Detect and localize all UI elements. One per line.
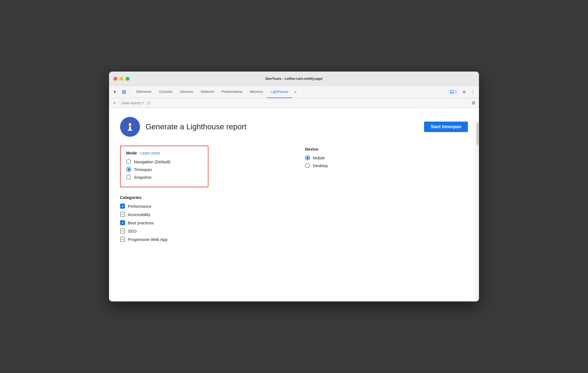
add-report-button[interactable]: +: [111, 100, 118, 106]
right-column: Device Mobile Desktop: [305, 146, 468, 245]
checkbox-best-practices-box[interactable]: ✓: [120, 220, 125, 225]
tab-console[interactable]: Console: [155, 86, 176, 98]
radio-mobile-dot: [306, 157, 309, 159]
title-bar: DevTools - coffee-cart.netlify.app/: [109, 72, 479, 86]
radio-navigation[interactable]: Navigation (Default): [126, 159, 202, 164]
lighthouse-logo: [120, 117, 140, 137]
settings-icon[interactable]: ⚙: [460, 88, 468, 96]
indeterminate-icon: [121, 214, 124, 215]
svg-rect-2: [124, 90, 126, 92]
radio-desktop-button[interactable]: [305, 163, 310, 168]
window-body: Generate a Lighthouse report Start times…: [109, 108, 479, 301]
scrollbar[interactable]: [476, 120, 479, 301]
svg-rect-1: [122, 92, 126, 94]
tab-more-button[interactable]: »: [292, 86, 299, 98]
learn-more-link[interactable]: Learn more: [140, 151, 160, 155]
header-row: Generate a Lighthouse report Start times…: [120, 117, 468, 137]
indeterminate-icon: [121, 231, 124, 231]
categories-label: Categories: [120, 195, 283, 200]
sub-divider: [120, 101, 120, 106]
traffic-lights: [113, 77, 129, 81]
device-label: Device: [305, 147, 468, 151]
indeterminate-icon: [121, 239, 124, 240]
window-title: DevTools - coffee-cart.netlify.app/: [266, 77, 323, 81]
checkbox-seo[interactable]: SEO: [120, 228, 283, 233]
toolbar-right: 1 ⚙ ⋮: [448, 88, 477, 96]
start-timespan-button[interactable]: Start timespan: [424, 122, 468, 132]
radio-snapshot-button[interactable]: [126, 175, 131, 180]
maximize-button[interactable]: [126, 77, 129, 81]
radio-navigation-button[interactable]: [126, 159, 131, 164]
radio-timespan[interactable]: Timespan: [126, 167, 202, 172]
left-column: Mode Learn more Navigation (Default): [120, 146, 283, 245]
two-column-layout: Mode Learn more Navigation (Default): [120, 146, 468, 245]
scrollbar-thumb[interactable]: [476, 123, 479, 145]
cancel-report-button[interactable]: ⊘: [145, 100, 152, 106]
svg-rect-6: [128, 126, 132, 127]
checkbox-pwa[interactable]: Progressive Web App: [120, 237, 283, 242]
toolbar-divider-1: [130, 89, 130, 95]
page-title: Generate a Lighthouse report: [145, 122, 247, 131]
checkbox-performance-box[interactable]: ✓: [120, 204, 125, 209]
radio-timespan-button[interactable]: [126, 167, 131, 172]
tab-toolbar: Elements Console Sources Network Perform…: [109, 86, 479, 98]
radio-mobile-button[interactable]: [305, 155, 310, 160]
tab-performance[interactable]: Performance: [218, 86, 246, 98]
minimize-button[interactable]: [120, 77, 123, 81]
cursor-icon[interactable]: [111, 88, 119, 96]
element-picker-icon[interactable]: [120, 88, 128, 96]
checkbox-accessibility-box[interactable]: [120, 212, 125, 217]
more-options-icon[interactable]: ⋮: [469, 88, 477, 96]
subtoolbar-settings-icon[interactable]: ⚙: [470, 100, 477, 106]
header-left: Generate a Lighthouse report: [120, 117, 247, 137]
svg-rect-5: [128, 130, 132, 131]
check-icon: ✓: [121, 204, 124, 208]
checkbox-seo-box[interactable]: [120, 228, 125, 233]
mode-header: Mode Learn more: [126, 151, 202, 155]
checkbox-performance[interactable]: ✓ Performance: [120, 204, 283, 209]
report-dropdown[interactable]: (new report) ▾: [121, 101, 144, 105]
radio-timespan-dot: [128, 168, 130, 171]
subtoolbar: + (new report) ▾ ⊘ ⚙: [109, 98, 479, 108]
tab-network[interactable]: Network: [197, 86, 218, 98]
tab-lighthouse[interactable]: Lighthouse: [267, 86, 292, 98]
devtools-window: DevTools - coffee-cart.netlify.app/ Elem…: [109, 72, 479, 301]
close-button[interactable]: [113, 77, 117, 81]
mode-section: Mode Learn more Navigation (Default): [120, 146, 208, 187]
checkbox-best-practices[interactable]: ✓ Best practices: [120, 220, 283, 225]
tab-elements[interactable]: Elements: [133, 86, 155, 98]
checkbox-accessibility[interactable]: Accessibility: [120, 212, 283, 217]
svg-rect-0: [122, 90, 124, 92]
radio-desktop[interactable]: Desktop: [305, 163, 468, 168]
categories-section: Categories ✓ Performance Accessibility: [120, 195, 283, 242]
checkbox-pwa-box[interactable]: [120, 237, 125, 242]
mode-label: Mode: [126, 151, 137, 155]
radio-mobile[interactable]: Mobile: [305, 155, 468, 160]
chat-badge-button[interactable]: 1: [448, 89, 459, 95]
tab-sources[interactable]: Sources: [176, 86, 197, 98]
tab-memory[interactable]: Memory: [246, 86, 267, 98]
device-section: Device Mobile Desktop: [305, 147, 468, 168]
radio-snapshot[interactable]: Snapshot: [126, 175, 202, 180]
tab-navigation: Elements Console Sources Network Perform…: [133, 86, 447, 98]
main-content: Generate a Lighthouse report Start times…: [109, 108, 479, 301]
check-icon: ✓: [121, 221, 124, 225]
